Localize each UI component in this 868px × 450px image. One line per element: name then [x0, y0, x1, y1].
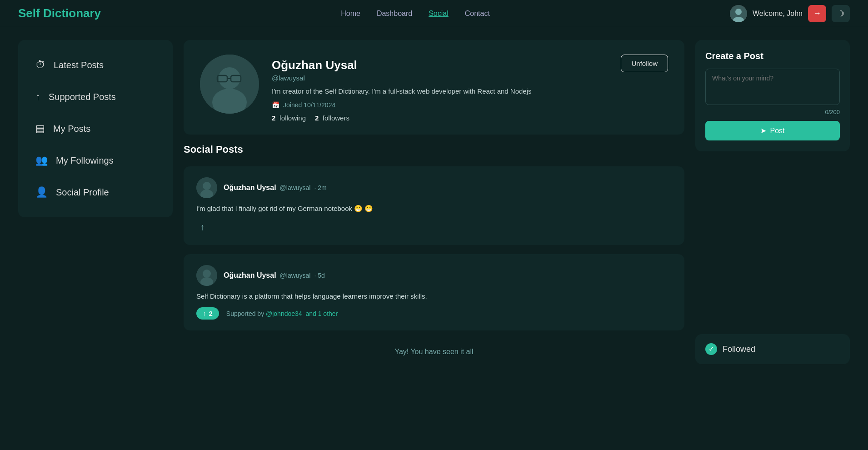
supported-by-other: and 1 other	[305, 310, 338, 317]
logo-self: Self	[18, 6, 40, 20]
post-card-2: Oğuzhan Uysal @lawuysal · 5d Self Dictio…	[184, 254, 684, 330]
main-nav: Home Dashboard Social Contact	[341, 10, 490, 18]
post-header-2: Oğuzhan Uysal @lawuysal · 5d	[196, 265, 672, 286]
nav-social[interactable]: Social	[429, 10, 449, 18]
darkmode-button[interactable]: ☽	[832, 5, 850, 22]
post-handle-1: @lawuysal	[280, 184, 311, 191]
post-actions-1: ↑	[196, 220, 672, 234]
clock-icon: ⏱	[35, 59, 45, 71]
post-content-2: Self Dictionary is a platform that helps…	[196, 292, 672, 300]
sidebar-item-label: Latest Posts	[54, 60, 104, 70]
followers-label: followers	[323, 114, 349, 122]
supported-by-user: @johndoe34	[266, 310, 302, 317]
sidebar-item-my-posts[interactable]: ▤ My Posts	[25, 115, 165, 143]
sidebar-item-label: Social Profile	[56, 187, 109, 198]
sidebar-item-latest-posts[interactable]: ⏱ Latest Posts	[25, 51, 165, 79]
sidebar-item-label: My Posts	[53, 124, 90, 134]
moon-icon: ☽	[837, 9, 844, 19]
post-avatar-2	[196, 265, 217, 286]
profile-top: Oğuzhan Uysal @lawuysal I'm creator of t…	[200, 55, 668, 122]
following-stat: 2 following	[272, 114, 306, 122]
sidebar-item-social-profile[interactable]: 👤 Social Profile	[25, 178, 165, 206]
sidebar-item-my-followings[interactable]: 👥 My Followings	[25, 146, 165, 175]
profile-stats: 2 following 2 followers	[272, 114, 668, 122]
create-post-title: Create a Post	[705, 51, 840, 61]
welcome-text: Welcome, John	[753, 10, 803, 18]
post-author-2: Oğuzhan Uysal	[224, 271, 276, 280]
document-icon: ▤	[35, 123, 45, 135]
right-panel: Create a Post 0/200 ➤ Post ✓ Followed	[695, 40, 850, 364]
post-content-1: I'm glad that I finally got rid of my Ge…	[196, 205, 672, 213]
followed-card: ✓ Followed	[695, 334, 850, 364]
logout-icon: →	[813, 9, 821, 18]
post-header-1: Oğuzhan Uysal @lawuysal · 2m	[196, 177, 672, 198]
post-author-1: Oğuzhan Uysal	[224, 184, 276, 192]
nav-contact[interactable]: Contact	[465, 10, 490, 18]
profile-name: Oğuzhan Uysal	[272, 58, 668, 72]
post-meta-1: Oğuzhan Uysal @lawuysal · 2m	[224, 184, 327, 192]
profile-info: Oğuzhan Uysal @lawuysal I'm creator of t…	[272, 55, 668, 122]
person-icon: 👤	[35, 186, 48, 198]
upvote-arrow-icon: ↑	[203, 310, 206, 317]
post-handle-2: @lawuysal	[280, 272, 311, 279]
profile-bio: I'm creator of the Self Dictionary. I'm …	[272, 87, 668, 95]
post-textarea[interactable]	[705, 69, 840, 105]
nav-dashboard[interactable]: Dashboard	[377, 10, 412, 18]
profile-avatar-inner	[200, 55, 259, 114]
post-author-row-2: Oğuzhan Uysal @lawuysal · 5d	[224, 271, 325, 280]
profile-card: Oğuzhan Uysal @lawuysal I'm creator of t…	[184, 40, 684, 135]
char-count: 0/200	[705, 109, 840, 115]
nav-home[interactable]: Home	[341, 10, 360, 18]
logo-dict: Dictionary	[43, 6, 101, 20]
post-author-row-1: Oğuzhan Uysal @lawuysal · 2m	[224, 184, 327, 192]
create-post-card: Create a Post 0/200 ➤ Post	[695, 40, 850, 151]
post-avatar-1	[196, 177, 217, 198]
following-count: 2	[272, 114, 275, 122]
header-right: Welcome, John → ☽	[730, 5, 850, 22]
center-content: Oğuzhan Uysal @lawuysal I'm creator of t…	[184, 40, 684, 364]
post-meta-2: Oğuzhan Uysal @lawuysal · 5d	[224, 271, 325, 280]
header: Self Dictionary Home Dashboard Social Co…	[0, 0, 868, 27]
logo: Self Dictionary	[18, 6, 101, 20]
followed-check-icon: ✓	[705, 343, 717, 355]
profile-handle: @lawuysal	[272, 74, 668, 82]
sidebar-item-label: My Followings	[56, 155, 114, 166]
supported-by-2: Supported by @johndoe34 and 1 other	[226, 310, 338, 317]
svg-point-10	[203, 182, 211, 190]
yay-text: Yay! You have seen it all	[184, 340, 684, 364]
post-time-2: · 5d	[314, 272, 324, 279]
profile-joined: 📅 Joined 10/11/2024	[272, 101, 668, 109]
right-panel-spacer	[695, 160, 850, 325]
svg-point-13	[203, 270, 211, 278]
calendar-icon: 📅	[272, 101, 279, 109]
user-avatar	[730, 5, 747, 22]
post-btn-label: Post	[770, 127, 784, 135]
people-icon: 👥	[35, 155, 48, 166]
upvote-badge-2[interactable]: ↑ 2	[196, 307, 219, 320]
post-actions-2: ↑ 2 Supported by @johndoe34 and 1 other	[196, 307, 672, 320]
post-time-1: · 2m	[314, 184, 326, 191]
post-card-1: Oğuzhan Uysal @lawuysal · 2m I'm glad th…	[184, 166, 684, 245]
sidebar: ⏱ Latest Posts ↑ Supported Posts ▤ My Po…	[18, 40, 173, 217]
profile-avatar	[200, 55, 259, 114]
upvote-icon: ↑	[35, 91, 40, 103]
unfollow-button[interactable]: Unfollow	[621, 55, 668, 72]
send-icon: ➤	[760, 126, 766, 135]
social-posts-section: Social Posts	[184, 144, 684, 157]
followers-count: 2	[315, 114, 319, 122]
followers-stat: 2 followers	[315, 114, 349, 122]
upvote-button-1[interactable]: ↑	[196, 220, 208, 234]
svg-point-1	[735, 9, 742, 15]
followed-label: Followed	[723, 345, 755, 354]
post-button[interactable]: ➤ Post	[705, 121, 840, 140]
main-layout: ⏱ Latest Posts ↑ Supported Posts ▤ My Po…	[0, 27, 868, 377]
upvote-count-2: 2	[209, 310, 213, 317]
sidebar-item-supported-posts[interactable]: ↑ Supported Posts	[25, 83, 165, 111]
sidebar-item-label: Supported Posts	[49, 92, 116, 102]
social-posts-title: Social Posts	[184, 144, 684, 155]
logout-button[interactable]: →	[808, 5, 826, 22]
following-label: following	[279, 114, 306, 122]
profile-joined-text: Joined 10/11/2024	[283, 101, 335, 109]
